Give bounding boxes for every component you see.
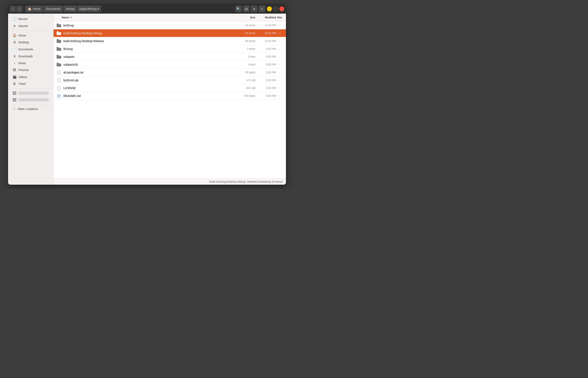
header-modified[interactable]: Modified xyxy=(255,16,276,19)
sidebar-item-starred[interactable]: ★ Starred xyxy=(9,23,52,29)
sidebar-divider-3 xyxy=(11,104,51,105)
trash-icon: 🗑 xyxy=(13,82,16,86)
file-size: 35.1 kB xyxy=(235,86,255,90)
star-button[interactable]: ☆ xyxy=(276,78,284,82)
star-button[interactable]: ☆ xyxy=(276,94,284,98)
text-file-icon xyxy=(57,78,61,82)
breadcrumb-documents-label: Documents xyxy=(46,7,60,11)
chevron-down-icon: ▾ xyxy=(253,7,255,11)
table-row[interactable]: LICENSE 35.1 kB 9:23 PM ☆ xyxy=(54,84,286,92)
minimize-button[interactable]: − xyxy=(267,6,272,11)
sidebar-item-music[interactable]: ♪ Music xyxy=(9,60,52,67)
file-name: brd2xml.ulp xyxy=(62,79,235,82)
folder-icon xyxy=(57,39,61,43)
sidebar-item-other-locations[interactable]: + Other Locations xyxy=(9,106,52,112)
pictures-icon: 🖼 xyxy=(13,68,16,72)
markdown-file-icon: MD xyxy=(57,94,61,98)
file-icon-wrapper xyxy=(56,55,62,59)
sidebar-item-home[interactable]: 🏠 Home xyxy=(9,32,52,39)
table-row[interactable]: all.packages.txt 23 bytes 9:23 PM ☆ xyxy=(54,68,286,76)
home-icon: 🏠 xyxy=(28,7,32,11)
breadcrumb-fritzing[interactable]: fritzing xyxy=(63,6,77,12)
file-size: 1 item xyxy=(235,55,255,58)
table-row[interactable]: build-brd2svg-Desktop-Release 20 items 1… xyxy=(54,37,286,45)
sidebar-item-trash[interactable]: 🗑 Trash xyxy=(9,81,52,87)
sidebar-item-recent-label: Recent xyxy=(18,17,28,21)
folder-icon xyxy=(57,55,61,59)
breadcrumb-home[interactable]: 🏠 Home xyxy=(25,6,43,12)
breadcrumb-documents[interactable]: Documents xyxy=(43,6,63,12)
star-button[interactable]: ☆ xyxy=(276,70,284,74)
sidebar-divider-2 xyxy=(11,88,51,89)
sidebar-item-downloads[interactable]: ⬇ Downloads xyxy=(9,53,52,60)
header-star: Star xyxy=(276,16,284,19)
view-grid-button[interactable]: ⊞ xyxy=(243,6,250,12)
file-name: LICENSE xyxy=(62,86,235,90)
table-row[interactable]: build-brd2svg-Desktop-Debug 20 items 10:… xyxy=(54,29,286,37)
close-button[interactable]: × xyxy=(279,6,284,11)
sidebar-item-documents-label: Documents xyxy=(18,48,33,51)
header-size-label: Size xyxy=(250,16,255,19)
sidebar-item-downloads-label: Downloads xyxy=(18,55,33,58)
file-size: 20 items xyxy=(235,40,255,42)
file-size: 1 item xyxy=(235,63,255,66)
desktop-icon: 🖥 xyxy=(13,40,16,44)
nav-buttons: ‹ › xyxy=(10,6,23,12)
sidebar-item-blurred-2[interactable] xyxy=(9,96,52,103)
file-name: brd2svg xyxy=(62,24,235,27)
file-modified: 10:02 PM xyxy=(255,32,276,35)
breadcrumb-eagle2fritzing-label: eagle2fritzing xyxy=(79,7,97,11)
search-button[interactable]: 🔍 xyxy=(235,6,242,12)
sidebar-item-documents[interactable]: 📄 Documents xyxy=(9,46,52,53)
file-size: 20 items xyxy=(235,32,255,35)
sidebar-item-desktop[interactable]: 🖥 Desktop xyxy=(9,39,52,46)
file-name: subparts2d xyxy=(62,63,235,66)
back-button[interactable]: ‹ xyxy=(10,6,16,12)
file-modified: 9:23 PM xyxy=(255,79,276,82)
maximize-button[interactable]: □ xyxy=(273,6,278,11)
breadcrumb-eagle2fritzing[interactable]: eagle2fritzing ▾ xyxy=(77,6,101,12)
header-size[interactable]: Size xyxy=(235,16,255,19)
file-list: brd2svg 31 items 11:56 PM ☆ build-brd2sv… xyxy=(54,21,286,178)
file-name: build-brd2svg-Desktop-Release xyxy=(62,40,235,43)
documents-icon: 📄 xyxy=(13,47,16,51)
sidebar-item-blurred-1[interactable] xyxy=(9,90,52,96)
star-button[interactable]: ☆ xyxy=(276,23,284,27)
header-name-label: Name xyxy=(62,16,69,19)
file-icon-wrapper xyxy=(56,63,62,67)
table-row[interactable]: subparts 1 item 9:23 PM ☆ xyxy=(54,53,286,61)
table-row[interactable]: lbr2svg 7 items 9:23 PM ☆ xyxy=(54,45,286,53)
sidebar-item-videos[interactable]: 🎬 Videos xyxy=(9,73,52,80)
file-list-header: Name ▼ Size Modified Star xyxy=(54,14,286,21)
view-list-button[interactable]: ≡ xyxy=(259,6,265,12)
star-icon: ★ xyxy=(13,24,16,28)
star-button[interactable]: ☆ xyxy=(276,47,284,51)
star-button[interactable]: ☆ xyxy=(276,31,284,35)
table-row[interactable]: brd2svg 31 items 11:56 PM ☆ xyxy=(54,21,286,29)
statusbar: "build-brd2svg-Desktop-Debug" selected (… xyxy=(54,178,286,185)
star-button[interactable]: ☆ xyxy=(276,55,284,59)
sidebar-item-starred-label: Starred xyxy=(18,24,28,28)
star-button[interactable]: ☆ xyxy=(276,86,284,90)
file-icon-wrapper xyxy=(56,31,62,35)
table-row[interactable]: brd2xml.ulp 17.2 kB 9:23 PM ☆ xyxy=(54,76,286,84)
header-name[interactable]: Name ▼ xyxy=(62,16,235,19)
sidebar-item-pictures[interactable]: 🖼 Pictures xyxy=(9,67,52,73)
sidebar-item-videos-label: Videos xyxy=(18,75,27,79)
sidebar-item-pictures-label: Pictures xyxy=(18,68,29,72)
header-modified-label: Modified xyxy=(265,16,276,19)
main-content: 🕐 Recent ★ Starred 🏠 Home 🖥 Desktop 📄 Do… xyxy=(8,14,286,185)
file-modified: 9:23 PM xyxy=(255,55,276,58)
table-row[interactable]: subparts2d 1 item 9:23 PM ☆ xyxy=(54,61,286,68)
sidebar-divider-1 xyxy=(11,30,51,31)
star-button[interactable]: ☆ xyxy=(276,63,284,67)
titlebar-actions: 🔍 ⊞ ▾ ≡ xyxy=(235,6,265,12)
star-button[interactable]: ☆ xyxy=(276,39,284,43)
file-icon-wrapper: MD xyxy=(56,94,62,98)
forward-button[interactable]: › xyxy=(16,6,23,12)
dropdown-arrow-icon: ▾ xyxy=(98,7,99,11)
window-controls: − □ × xyxy=(267,6,284,11)
sidebar-item-recent[interactable]: 🕐 Recent xyxy=(9,15,52,22)
view-dropdown-button[interactable]: ▾ xyxy=(251,6,258,12)
table-row[interactable]: MD README.md 732 bytes 9:23 PM ☆ xyxy=(54,92,286,100)
